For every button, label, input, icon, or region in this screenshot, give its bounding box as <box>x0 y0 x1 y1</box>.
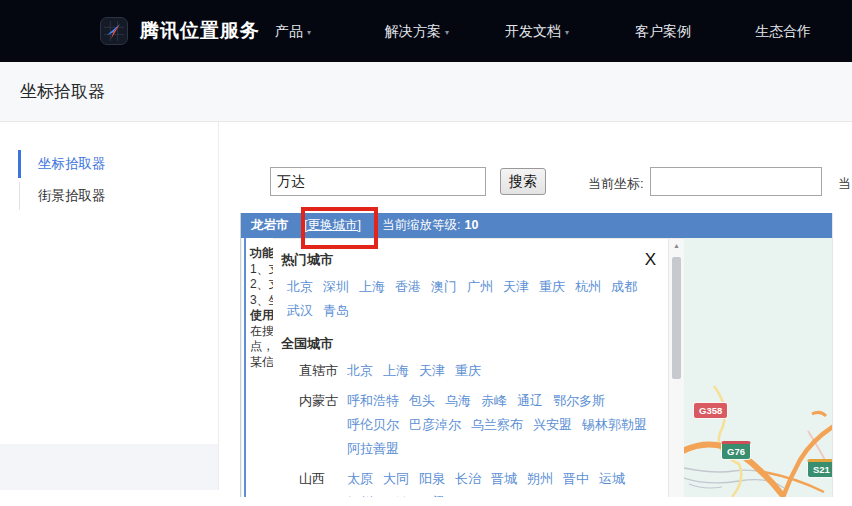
dialog-scrollbar[interactable]: ▲ <box>668 239 684 497</box>
city-link[interactable]: 上海 <box>359 275 385 299</box>
current-address-label: 当 <box>838 175 851 193</box>
sidebar-item-label: 街景拾取器 <box>38 188 106 203</box>
city-link[interactable]: 鄂尔多斯 <box>553 389 605 413</box>
city-link[interactable]: 乌兰察布 <box>471 413 523 437</box>
track-line <box>19 182 20 210</box>
city-link[interactable]: 杭州 <box>575 275 601 299</box>
city-link[interactable]: 运城 <box>599 467 625 491</box>
chevron-down-icon: ▾ <box>307 28 311 37</box>
city-link[interactable]: 成都 <box>611 275 637 299</box>
city-link[interactable]: 香港 <box>395 275 421 299</box>
city-link[interactable]: 通辽 <box>517 389 543 413</box>
page-title: 坐标拾取器 <box>20 62 105 122</box>
top-nav: 腾讯位置服务 产品▾ 解决方案▾ 开发文档▾ 客户案例 生态合作 <box>0 0 852 62</box>
brand-logo[interactable] <box>100 17 128 45</box>
nav-item-docs[interactable]: 开发文档▾ <box>505 0 569 62</box>
road-badge-g358: G358 <box>693 402 728 419</box>
road-badge-g76: G76 <box>721 441 751 460</box>
province-cities-row: 忻州临汾吕梁 <box>347 491 625 497</box>
city-link[interactable]: 赤峰 <box>481 389 507 413</box>
province-cities-row: 阿拉善盟 <box>347 437 647 461</box>
zoom-level-label: 当前缩放等级:10 <box>382 213 478 238</box>
city-link[interactable]: 呼和浩特 <box>347 389 399 413</box>
page-title-bar: 坐标拾取器 <box>0 62 852 122</box>
city-link[interactable]: 长治 <box>455 467 481 491</box>
hot-cities-title: 热门城市 <box>279 251 668 269</box>
city-link[interactable]: 上海 <box>383 359 409 383</box>
city-dialog-content: 热门城市 北京深圳上海香港澳门广州天津重庆杭州成都 武汉青岛 全国城市 直辖市 … <box>273 239 668 497</box>
city-link[interactable]: 大同 <box>383 467 409 491</box>
province-group: 山西 太原大同阳泉长治晋城朔州晋中运城 忻州临汾吕梁 <box>279 467 668 497</box>
province-group: 内蒙古 呼和浩特包头乌海赤峰通辽鄂尔多斯 呼伦贝尔巴彦淖尔乌兰察布兴安盟锡林郭勒… <box>279 389 668 461</box>
city-link[interactable]: 朔州 <box>527 467 553 491</box>
city-link[interactable]: 呼伦贝尔 <box>347 413 399 437</box>
city-select-dialog: X 热门城市 北京深圳上海香港澳门广州天津重庆杭州成都 武汉青岛 全国城市 直辖… <box>273 238 684 497</box>
city-link[interactable]: 阳泉 <box>419 467 445 491</box>
page: 腾讯位置服务 产品▾ 解决方案▾ 开发文档▾ 客户案例 生态合作 坐标拾取器 坐… <box>0 0 852 506</box>
sidebar: 坐标拾取器 街景拾取器 <box>0 148 218 212</box>
province-label: 内蒙古 <box>299 389 339 461</box>
city-link[interactable]: 太原 <box>347 467 373 491</box>
hot-cities-row: 北京深圳上海香港澳门广州天津重庆杭州成都 <box>279 275 668 299</box>
province-cities-row: 北京上海天津重庆 <box>347 359 481 383</box>
map-canvas[interactable]: G358 G76 S21 <box>684 238 833 497</box>
chevron-down-icon: ▾ <box>565 28 569 37</box>
map-header-bar: 龙岩市 [更换城市] 当前缩放等级:10 <box>241 213 833 238</box>
brand-name[interactable]: 腾讯位置服务 <box>140 0 260 62</box>
city-link[interactable]: 广州 <box>467 275 493 299</box>
city-link[interactable]: 吕梁 <box>419 491 445 497</box>
zoom-level-value: 10 <box>464 218 478 232</box>
sidebar-footer-block <box>0 444 218 490</box>
city-link[interactable]: 忻州 <box>347 491 373 497</box>
city-link[interactable]: 天津 <box>503 275 529 299</box>
city-link[interactable]: 临汾 <box>383 491 409 497</box>
city-link[interactable]: 重庆 <box>455 359 481 383</box>
chevron-down-icon: ▾ <box>445 28 449 37</box>
compass-icon <box>103 20 125 42</box>
sidebar-item-streetview-picker[interactable]: 街景拾取器 <box>0 180 218 212</box>
city-link[interactable]: 锡林郭勒盟 <box>582 413 647 437</box>
search-button[interactable]: 搜索 <box>500 168 546 195</box>
sidebar-item-coordinate-picker[interactable]: 坐标拾取器 <box>0 148 218 180</box>
sidebar-item-label: 坐标拾取器 <box>38 156 106 171</box>
province-cities-row: 呼伦贝尔巴彦淖尔乌兰察布兴安盟锡林郭勒盟 <box>347 413 647 437</box>
city-link[interactable]: 晋中 <box>563 467 589 491</box>
nav-item-ecosystem[interactable]: 生态合作 <box>755 0 811 62</box>
nav-item-products[interactable]: 产品▾ <box>275 0 311 62</box>
all-cities-title: 全国城市 <box>279 335 668 353</box>
current-coordinate-label: 当前坐标: <box>588 175 644 193</box>
city-link[interactable]: 包头 <box>409 389 435 413</box>
nav-item-cases[interactable]: 客户案例 <box>635 0 691 62</box>
city-link[interactable]: 乌海 <box>445 389 471 413</box>
hot-cities-row: 武汉青岛 <box>279 299 668 323</box>
nav-item-solutions[interactable]: 解决方案▾ <box>385 0 449 62</box>
city-link[interactable]: 北京 <box>287 275 313 299</box>
city-link[interactable]: 晋城 <box>491 467 517 491</box>
province-cities-row: 太原大同阳泉长治晋城朔州晋中运城 <box>347 467 625 491</box>
city-link[interactable]: 重庆 <box>539 275 565 299</box>
city-link[interactable]: 武汉 <box>287 299 313 323</box>
city-link[interactable]: 深圳 <box>323 275 349 299</box>
road-badge-s21: S21 <box>807 459 833 478</box>
sidebar-divider <box>218 122 219 490</box>
current-coordinate-input[interactable] <box>650 167 822 196</box>
province-label: 山西 <box>299 467 339 497</box>
search-input[interactable] <box>270 167 486 196</box>
map-container: G358 G76 S21 功能简介1、支持2、支持3、坐标使用说明在搜索框点，同… <box>240 213 833 497</box>
city-link[interactable]: 北京 <box>347 359 373 383</box>
info-panel-border <box>244 238 246 497</box>
province-cities-row: 呼和浩特包头乌海赤峰通辽鄂尔多斯 <box>347 389 647 413</box>
city-link[interactable]: 阿拉善盟 <box>347 437 399 461</box>
city-link[interactable]: 澳门 <box>431 275 457 299</box>
active-indicator <box>18 150 21 178</box>
city-link[interactable]: 天津 <box>419 359 445 383</box>
city-link[interactable]: 兴安盟 <box>533 413 572 437</box>
scrollbar-thumb[interactable] <box>672 257 681 379</box>
province-label: 直辖市 <box>299 359 339 383</box>
current-city-label: 龙岩市 <box>251 213 289 238</box>
province-group: 直辖市 北京上海天津重庆 <box>279 359 668 383</box>
city-link[interactable]: 巴彦淖尔 <box>409 413 461 437</box>
scroll-up-icon[interactable]: ▲ <box>669 239 684 253</box>
change-city-link[interactable]: [更换城市] <box>304 213 361 238</box>
city-link[interactable]: 青岛 <box>323 299 349 323</box>
